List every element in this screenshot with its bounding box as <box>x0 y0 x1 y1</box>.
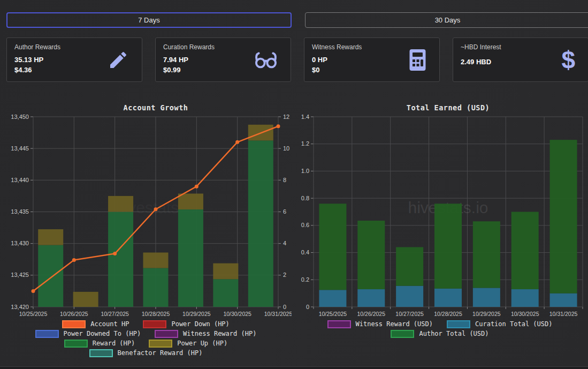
svg-text:10/30/2025: 10/30/2025 <box>223 311 251 317</box>
svg-text:10/31/2025: 10/31/2025 <box>264 311 292 317</box>
legend-swatch <box>327 320 351 328</box>
svg-text:10/28/2025: 10/28/2025 <box>142 311 170 317</box>
legend-label: Account HP <box>90 320 129 328</box>
svg-text:10/27/2025: 10/27/2025 <box>101 311 129 317</box>
legend-swatch <box>64 340 88 348</box>
svg-text:13,445: 13,445 <box>11 145 29 152</box>
svg-text:0.4: 0.4 <box>301 249 309 255</box>
legend-item-power-up-hp[interactable]: Power Up (HP) <box>149 340 227 348</box>
legend-swatch <box>391 330 414 338</box>
legend-item-benefactor-reward-hp[interactable]: Benefactor Reward (HP) <box>89 349 203 357</box>
legend-item-author-total-usd[interactable]: Author Total (USD) <box>391 330 488 338</box>
svg-text:0: 0 <box>283 304 286 310</box>
svg-text:12: 12 <box>283 114 289 120</box>
svg-text:8: 8 <box>283 177 286 183</box>
svg-text:13,430: 13,430 <box>11 240 29 246</box>
legend-row: Power Downed To (HP)Witness Reward (HP) <box>0 329 292 338</box>
total-earned-chart: Total Earned (USD) 00.20.40.60.81.01.21.… <box>292 102 588 321</box>
legend-label: Reward (HP) <box>93 340 135 347</box>
svg-text:13,425: 13,425 <box>11 272 29 278</box>
stat-card-author-rewards: Author Rewards 35.13 HP $4.36 <box>6 37 142 82</box>
svg-text:10/30/2025: 10/30/2025 <box>511 311 539 317</box>
legend-label: Author Total (USD) <box>419 330 488 337</box>
account-growth-chart: Account Growth 13,420013,425213,430413,4… <box>0 102 292 321</box>
legend-label: Curation Total (USD) <box>475 320 553 328</box>
svg-text:10/29/2025: 10/29/2025 <box>472 311 501 317</box>
svg-text:6: 6 <box>283 208 286 215</box>
legend-swatch <box>143 320 166 328</box>
svg-text:10/25/2025: 10/25/2025 <box>19 311 48 317</box>
legend-item-witness-reward-hp[interactable]: Witness Reward (HP) <box>155 330 256 338</box>
legend-row: Benefactor Reward (HP) <box>0 348 292 358</box>
svg-text:10/31/2025: 10/31/2025 <box>549 311 578 317</box>
svg-text:1.2: 1.2 <box>301 140 309 147</box>
svg-text:1.4: 1.4 <box>301 114 309 120</box>
range-button-30-days[interactable]: 30 Days <box>305 12 588 28</box>
legend-row: Account HPPower Down (HP) <box>0 319 292 329</box>
svg-text:13,420: 13,420 <box>11 304 29 310</box>
legend-label: Power Down (HP) <box>171 320 229 328</box>
range-button-7-days[interactable]: 7 Days <box>6 12 292 28</box>
legend-label: Power Downed To (HP) <box>64 330 141 337</box>
legend-item-reward-hp[interactable]: Reward (HP) <box>64 340 135 348</box>
legend-swatch <box>155 330 178 338</box>
legend-item-account-hp[interactable]: Account HP <box>62 320 129 328</box>
legend-swatch <box>447 320 470 328</box>
svg-text:10/26/2025: 10/26/2025 <box>60 311 88 317</box>
bottom-divider <box>0 366 588 369</box>
total-earned-legend: Witness Reward (USD)Curation Total (USD)… <box>292 319 588 338</box>
svg-text:10/28/2025: 10/28/2025 <box>434 311 462 317</box>
svg-text:10: 10 <box>283 145 289 152</box>
glasses-icon <box>254 51 278 69</box>
svg-text:13,440: 13,440 <box>11 177 29 183</box>
calculator-icon <box>409 49 426 71</box>
legend-item-power-downed-to-hp[interactable]: Power Downed To (HP) <box>35 330 141 338</box>
legend-label: Power Up (HP) <box>177 340 227 347</box>
card-title: Curation Rewards <box>163 43 283 51</box>
svg-text:0.6: 0.6 <box>301 222 309 228</box>
dollar-icon: $ <box>561 48 575 72</box>
legend-swatch <box>35 330 59 338</box>
range-button-label: 7 Days <box>138 16 159 24</box>
svg-text:10/25/2025: 10/25/2025 <box>319 311 347 317</box>
stat-card-curation-rewards: Curation Rewards 7.94 HP $0.99 <box>155 37 291 82</box>
dashboard: 7 Days 30 Days Author Rewards 35.13 HP $… <box>0 0 588 369</box>
svg-text:1.0: 1.0 <box>301 168 309 174</box>
svg-text:13,450: 13,450 <box>11 114 29 120</box>
stat-card-witness-rewards: Witness Rewards 0 HP $0 <box>304 37 440 82</box>
legend-swatch <box>89 349 113 357</box>
legend-item-witness-reward-usd[interactable]: Witness Reward (USD) <box>327 320 433 328</box>
svg-text:2: 2 <box>283 272 286 278</box>
legend-item-curation-total-usd[interactable]: Curation Total (USD) <box>447 320 553 328</box>
legend-swatch <box>149 340 172 348</box>
svg-text:4: 4 <box>283 240 286 246</box>
svg-text:10/29/2025: 10/29/2025 <box>182 311 211 317</box>
legend-swatch <box>62 320 86 328</box>
legend-row: Witness Reward (USD)Curation Total (USD) <box>292 319 588 329</box>
range-button-label: 30 Days <box>435 16 461 24</box>
legend-item-power-down-hp[interactable]: Power Down (HP) <box>143 320 229 328</box>
stat-card-hbd-interest: ~HBD Interest 2.49 HBD $ <box>453 37 588 82</box>
legend-row: Author Total (USD) <box>292 329 588 338</box>
legend-label: Benefactor Reward (HP) <box>118 349 203 357</box>
svg-text:13,435: 13,435 <box>11 208 29 215</box>
legend-label: Witness Reward (USD) <box>356 320 433 328</box>
svg-text:0.2: 0.2 <box>301 276 309 283</box>
svg-text:10/26/2025: 10/26/2025 <box>357 311 386 317</box>
legend-label: Witness Reward (HP) <box>183 330 256 337</box>
svg-text:0.8: 0.8 <box>301 195 309 201</box>
account-growth-legend: Account HPPower Down (HP)Power Downed To… <box>0 319 292 358</box>
pencil-icon <box>108 49 129 71</box>
svg-text:0: 0 <box>306 304 309 310</box>
legend-row: Reward (HP)Power Up (HP) <box>0 338 292 348</box>
svg-text:10/27/2025: 10/27/2025 <box>395 311 424 317</box>
